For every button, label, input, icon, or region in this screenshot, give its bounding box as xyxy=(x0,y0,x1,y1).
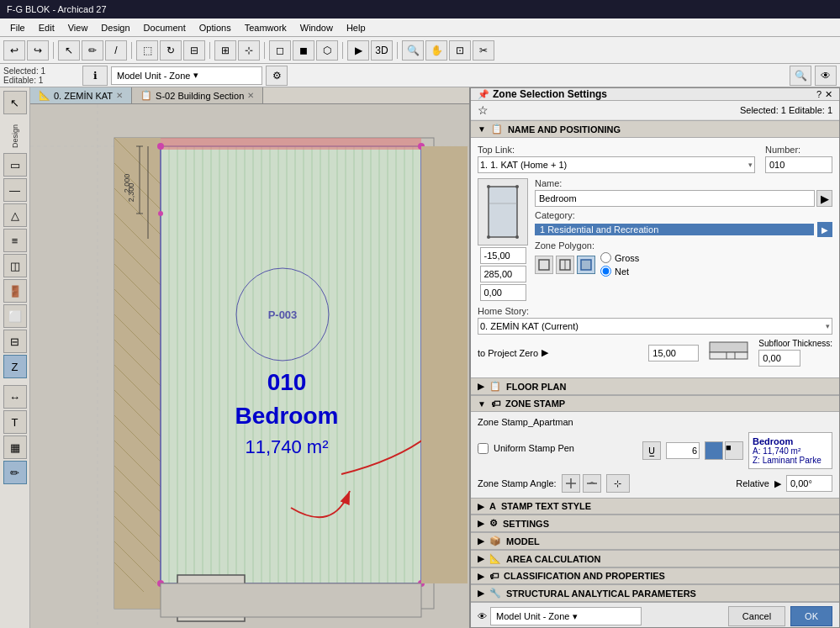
polygon-icon-2[interactable] xyxy=(556,256,574,274)
view-btn2[interactable]: ◼ xyxy=(293,40,314,61)
dim1-input[interactable] xyxy=(480,247,526,264)
grid-tool[interactable]: ⊞ xyxy=(214,40,236,61)
select-tool[interactable]: ⬚ xyxy=(136,40,158,61)
window-tool[interactable]: ⬜ xyxy=(3,304,27,328)
cancel-button[interactable]: Cancel xyxy=(728,606,785,626)
top-link-dropdown[interactable]: 1. 1. KAT (Home + 1) ▾ xyxy=(478,156,755,173)
net-radio-input[interactable] xyxy=(600,266,611,277)
column-tool[interactable]: ◫ xyxy=(3,254,27,277)
name-input[interactable] xyxy=(535,190,815,207)
menu-options[interactable]: Options xyxy=(193,21,238,34)
beam-tool[interactable]: ≡ xyxy=(3,229,27,252)
menu-document[interactable]: Document xyxy=(137,21,193,34)
pen-number-input[interactable] xyxy=(666,442,700,459)
dialog-close-btn[interactable]: ✕ xyxy=(825,89,832,100)
tab-section[interactable]: 📋 S-02 Building Section ✕ xyxy=(132,87,263,103)
section-floor-plan[interactable]: ▶ 📋 FLOOR PLAN xyxy=(471,377,839,395)
category-value[interactable]: 1 Residential and Recreation xyxy=(535,224,814,235)
pen-underline-icon[interactable]: U̲ xyxy=(642,441,661,460)
dim3-input[interactable] xyxy=(480,284,526,301)
view-btn3[interactable]: ⬡ xyxy=(316,40,338,61)
line-tool[interactable]: / xyxy=(105,40,127,61)
section-classification[interactable]: ▶ 🏷 CLASSIFICATION AND PROPERTIES xyxy=(471,567,839,584)
menu-teamwork[interactable]: Teamwork xyxy=(238,21,293,34)
home-story-dropdown[interactable]: 0. ZEMİN KAT (Current) ▾ xyxy=(478,318,832,335)
draw-tool[interactable]: ✏ xyxy=(3,461,27,484)
name-btn[interactable]: ▶ xyxy=(816,190,832,207)
angle-icon-2[interactable] xyxy=(583,474,601,493)
ok-button[interactable]: OK xyxy=(790,606,832,626)
roof-tool[interactable]: △ xyxy=(3,203,27,227)
zone-tool[interactable]: Z xyxy=(3,355,27,378)
section-stamp-text[interactable]: ▶ A STAMP TEXT STYLE xyxy=(471,498,839,515)
dialog-question-btn[interactable]: ? xyxy=(816,89,822,99)
mirror-tool[interactable]: ⊟ xyxy=(183,40,205,61)
dialog-pin-icon[interactable]: 📌 xyxy=(478,89,489,100)
pen-color-1[interactable] xyxy=(705,441,723,460)
dialog-bookmark-icon[interactable]: ☆ xyxy=(478,103,489,117)
section-structural[interactable]: ▶ 🔧 STRUCTURAL ANALYTICAL PARAMETERS xyxy=(471,584,839,602)
bottom-model-dropdown[interactable]: Model Unit - Zone ▾ xyxy=(490,607,642,625)
info-btn[interactable]: ℹ xyxy=(82,66,108,86)
dialog-selected-info: Selected: 1 Editable: 1 xyxy=(740,105,832,115)
3d-btn[interactable]: 3D xyxy=(371,40,393,61)
pencil-tool[interactable]: ✏ xyxy=(82,40,103,61)
stair-tool[interactable]: ⊟ xyxy=(3,330,27,353)
category-btn[interactable]: ▶ xyxy=(817,222,832,237)
undo-btn[interactable]: ↩ xyxy=(3,40,25,61)
subfloor-input[interactable] xyxy=(758,350,800,367)
fit-btn[interactable]: ⊡ xyxy=(449,40,471,61)
pan-btn[interactable]: ✋ xyxy=(425,40,447,61)
gross-radio-input[interactable] xyxy=(600,252,611,263)
settings-btn[interactable]: ⚙ xyxy=(266,66,288,86)
view-btn1[interactable]: ◻ xyxy=(269,40,291,61)
section-zone-stamp[interactable]: ▼ 🏷 ZONE STAMP xyxy=(471,395,839,412)
section-btn[interactable]: ✂ xyxy=(473,40,494,61)
section-settings[interactable]: ▶ ⚙ SETTINGS xyxy=(471,515,839,532)
number-input[interactable] xyxy=(765,156,832,173)
menu-file[interactable]: File xyxy=(3,21,32,34)
zone-stamp-content: Zone Stamp_Apartman Uniform Stamp Pen U̲… xyxy=(471,412,839,498)
dim-tool[interactable]: ↔ xyxy=(3,385,27,409)
section-area[interactable]: ▶ 📐 AREA CALCULATION xyxy=(471,550,839,567)
snap-tool[interactable]: ⊹ xyxy=(238,40,260,61)
project-zero-input[interactable] xyxy=(648,345,699,361)
drag-angle-icon[interactable]: ⊹ xyxy=(606,474,630,493)
net-radio[interactable]: Net xyxy=(600,266,639,277)
menu-window[interactable]: Window xyxy=(293,21,340,34)
door-tool[interactable]: 🚪 xyxy=(3,279,27,303)
slab-tool[interactable]: — xyxy=(3,178,27,202)
section-model[interactable]: ▶ 📦 MODEL xyxy=(471,532,839,550)
search-btn[interactable]: 🔍 xyxy=(790,66,811,86)
angle-icon-1[interactable] xyxy=(562,474,580,493)
pen-color-2[interactable]: ■ xyxy=(725,441,743,460)
bottom-model-label: Model Unit - Zone xyxy=(496,611,569,621)
polygon-icon-3[interactable] xyxy=(577,256,595,274)
polygon-icon-1[interactable] xyxy=(535,256,553,274)
gross-radio[interactable]: Gross xyxy=(600,252,639,263)
tab-floor-close[interactable]: ✕ xyxy=(116,91,123,100)
render-btn[interactable]: ▶ xyxy=(347,40,369,61)
rotate-tool[interactable]: ↻ xyxy=(160,40,182,61)
model-unit-dropdown[interactable]: Model Unit - Zone ▾ xyxy=(111,66,262,85)
menu-design[interactable]: Design xyxy=(94,21,136,34)
redo-btn[interactable]: ↪ xyxy=(27,40,49,61)
tab-floor-plan[interactable]: 📐 0. ZEMİN KAT ✕ xyxy=(30,87,132,103)
zoom-btn[interactable]: 🔍 xyxy=(402,40,424,61)
angle-value-input[interactable] xyxy=(786,475,832,492)
menu-view[interactable]: View xyxy=(61,21,95,34)
eye-btn[interactable]: 👁 xyxy=(815,66,837,86)
home-story-label: Home Story: xyxy=(478,306,832,316)
uniform-pen-checkbox[interactable] xyxy=(478,443,489,454)
menu-help[interactable]: Help xyxy=(340,21,372,34)
text-tool[interactable]: T xyxy=(3,410,27,434)
arrow-tool[interactable]: ↖ xyxy=(58,40,80,61)
dim2-input[interactable] xyxy=(480,266,526,282)
wall-tool[interactable]: ▭ xyxy=(3,153,27,177)
tab-section-close[interactable]: ✕ xyxy=(247,91,254,100)
arrow-tool-left[interactable]: ↖ xyxy=(3,91,27,114)
fill-tool[interactable]: ▦ xyxy=(3,435,27,459)
menu-edit[interactable]: Edit xyxy=(32,21,61,34)
left-tool-panel: ↖ Design ▭ — △ ≡ ◫ 🚪 ⬜ ⊟ Z ↔ T ▦ ✏ xyxy=(0,87,30,628)
section-name-positioning[interactable]: ▼ 📋 NAME AND POSITIONING xyxy=(471,120,839,138)
